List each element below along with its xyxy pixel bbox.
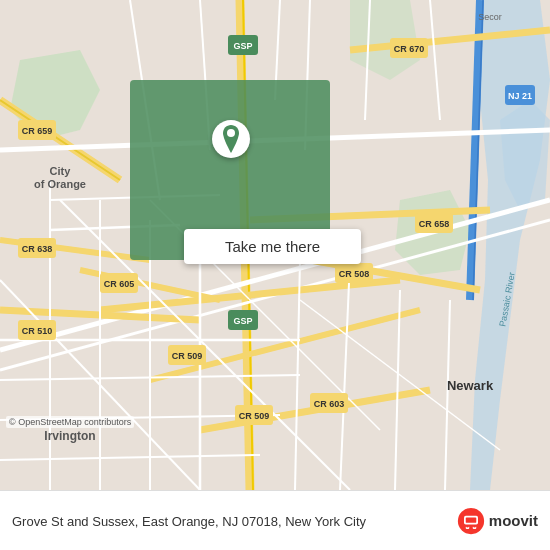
osm-attribution: © OpenStreetMap contributors: [6, 416, 134, 428]
svg-point-76: [227, 129, 235, 137]
map-container: CR 659 GSP CR 670 NJ 21 CR 638 CR 658 CR…: [0, 0, 550, 490]
svg-text:CR 638: CR 638: [22, 244, 53, 254]
svg-text:CR 670: CR 670: [394, 44, 425, 54]
svg-text:CR 603: CR 603: [314, 399, 345, 409]
attribution-text: © OpenStreetMap contributors: [9, 417, 131, 427]
svg-text:CR 510: CR 510: [22, 326, 53, 336]
svg-text:CR 659: CR 659: [22, 126, 53, 136]
svg-text:NJ 21: NJ 21: [508, 91, 532, 101]
address-text: Grove St and Sussex, East Orange, NJ 070…: [12, 514, 366, 529]
svg-text:CR 509: CR 509: [172, 351, 203, 361]
svg-text:of Orange: of Orange: [34, 178, 86, 190]
moovit-icon: [457, 507, 485, 535]
take-me-there-button[interactable]: Take me there: [184, 229, 361, 264]
svg-text:CR 658: CR 658: [419, 219, 450, 229]
svg-text:CR 605: CR 605: [104, 279, 135, 289]
svg-point-82: [473, 524, 476, 527]
svg-text:GSP: GSP: [233, 316, 252, 326]
svg-point-81: [466, 524, 469, 527]
address-container: Grove St and Sussex, East Orange, NJ 070…: [12, 512, 457, 530]
bottom-bar: Grove St and Sussex, East Orange, NJ 070…: [0, 490, 550, 550]
location-pin: [212, 120, 250, 158]
svg-text:Secor: Secor: [478, 12, 502, 22]
svg-text:GSP: GSP: [233, 41, 252, 51]
svg-text:Newark: Newark: [447, 378, 494, 393]
svg-text:CR 508: CR 508: [339, 269, 370, 279]
pin-circle: [212, 120, 250, 158]
take-me-there-label: Take me there: [225, 238, 320, 255]
moovit-logo-text: moovit: [489, 512, 538, 529]
svg-text:City: City: [50, 165, 72, 177]
svg-text:Irvington: Irvington: [44, 429, 95, 443]
svg-text:CR 509: CR 509: [239, 411, 270, 421]
svg-rect-83: [466, 517, 477, 522]
map-pin-svg: [219, 125, 243, 153]
moovit-logo: moovit: [457, 507, 538, 535]
